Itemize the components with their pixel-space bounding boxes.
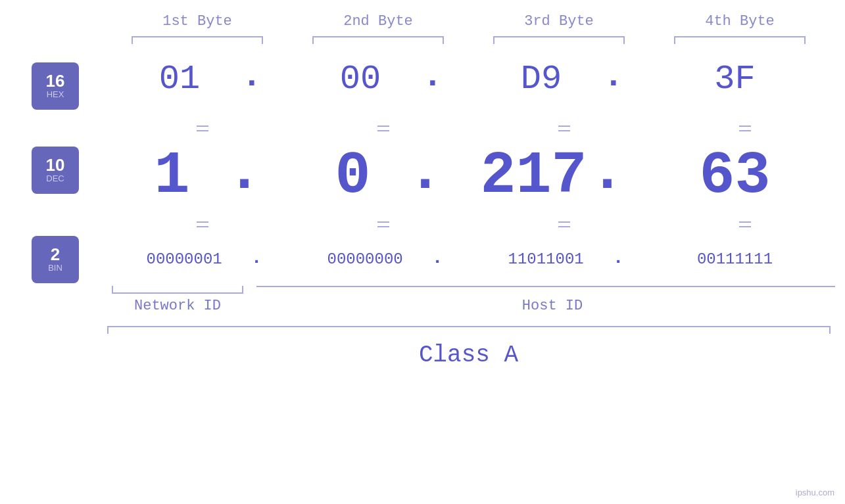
bin-badge-label: BIN bbox=[48, 263, 62, 273]
dot-hex-2: . bbox=[422, 57, 443, 101]
hex-cell-3: D9 . bbox=[482, 57, 627, 101]
byte-headers: 1st Byte 2nd Byte 3rd Byte 4th Byte bbox=[107, 13, 831, 30]
bin-val-2: 00000000 bbox=[301, 250, 429, 268]
hex-badge-num: 16 bbox=[46, 72, 65, 89]
dec-badge: 10 DEC bbox=[32, 147, 79, 194]
eq-sign-2-1 bbox=[197, 221, 208, 227]
id-labels-row: Network ID Host ID bbox=[112, 298, 835, 314]
dec-cells: 1 . 0 . 217 . 63 bbox=[102, 140, 825, 212]
bin-cell-3: 11011001 . bbox=[482, 248, 627, 271]
bin-cell-4: 00111111 bbox=[663, 250, 808, 268]
eq-2-4 bbox=[673, 221, 817, 227]
hex-cells: 01 . 00 . D9 . 3F bbox=[102, 57, 825, 101]
top-brackets bbox=[107, 36, 831, 44]
bin-badge-num: 2 bbox=[51, 246, 60, 263]
dot-bin-1: . bbox=[251, 248, 262, 271]
dec-badge-num: 10 bbox=[46, 156, 65, 173]
bin-cell-1: 00000001 . bbox=[120, 248, 265, 271]
host-bracket bbox=[256, 286, 835, 287]
eq-2-2 bbox=[311, 221, 456, 227]
eq-sign-2-3 bbox=[558, 221, 570, 227]
network-id-label: Network ID bbox=[134, 298, 221, 314]
host-id-label-cell: Host ID bbox=[256, 298, 835, 314]
hex-val-1: 01 bbox=[120, 60, 239, 99]
class-line bbox=[107, 326, 831, 334]
dot-bin-2: . bbox=[432, 248, 443, 271]
hex-badge-label: HEX bbox=[47, 89, 64, 100]
dec-badge-label: DEC bbox=[46, 173, 64, 184]
bracket-top-2 bbox=[312, 36, 444, 44]
bin-val-4: 00111111 bbox=[663, 250, 808, 268]
byte-header-1: 1st Byte bbox=[125, 13, 270, 30]
eq-sign-2-2 bbox=[377, 221, 389, 227]
byte-header-2: 2nd Byte bbox=[306, 13, 450, 30]
bracket-top-1 bbox=[132, 36, 263, 44]
dec-cell-3: 217 . bbox=[482, 139, 627, 214]
eq-2-3 bbox=[492, 221, 637, 227]
host-id-bracket-group bbox=[256, 286, 835, 287]
eq-sign-1-4 bbox=[739, 126, 751, 131]
hex-cell-2: 00 . bbox=[301, 57, 446, 101]
byte-header-3: 3rd Byte bbox=[487, 13, 631, 30]
hex-cell-1: 01 . bbox=[120, 57, 265, 101]
dec-cell-4: 63 bbox=[663, 143, 808, 210]
bin-row-container: 2 BIN 00000001 . 00000000 . 11011001 . 0… bbox=[0, 236, 845, 282]
dot-dec-2: . bbox=[407, 139, 443, 214]
dec-val-3: 217 bbox=[480, 143, 587, 210]
dec-val-4: 63 bbox=[663, 143, 808, 210]
dec-cell-2: 0 . bbox=[301, 139, 446, 214]
class-label: Class A bbox=[419, 342, 518, 369]
eq-1-2 bbox=[311, 126, 456, 131]
eq-2-1 bbox=[130, 221, 275, 227]
eq-1-4 bbox=[673, 126, 817, 131]
dot-dec-1: . bbox=[226, 139, 262, 214]
bracket-top-3 bbox=[493, 36, 625, 44]
bin-badge: 2 BIN bbox=[32, 236, 79, 283]
dot-bin-3: . bbox=[613, 248, 624, 271]
bin-cells: 00000001 . 00000000 . 11011001 . 0011111… bbox=[102, 236, 825, 282]
bin-val-3: 11011001 bbox=[482, 250, 610, 268]
eq-1-3 bbox=[492, 126, 637, 131]
equals-row-1 bbox=[112, 116, 835, 140]
hex-cell-4: 3F bbox=[663, 60, 808, 99]
network-bracket bbox=[112, 286, 243, 294]
main-container: 1st Byte 2nd Byte 3rd Byte 4th Byte 16 H… bbox=[0, 0, 845, 504]
network-id-label-cell: Network ID bbox=[112, 298, 243, 314]
hex-val-4: 3F bbox=[663, 60, 808, 99]
network-id-bracket-group bbox=[112, 286, 243, 294]
bin-cell-2: 00000000 . bbox=[301, 248, 446, 271]
hex-val-2: 00 bbox=[301, 60, 420, 99]
watermark: ipshu.com bbox=[796, 488, 834, 497]
bin-val-1: 00000001 bbox=[120, 250, 249, 268]
bottom-brackets bbox=[112, 286, 835, 294]
eq-sign-1-3 bbox=[558, 126, 570, 131]
host-id-label: Host ID bbox=[522, 298, 583, 314]
dec-val-2: 0 bbox=[301, 143, 405, 210]
dec-val-1: 1 bbox=[120, 143, 224, 210]
dec-cell-1: 1 . bbox=[120, 139, 265, 214]
dot-hex-1: . bbox=[241, 57, 262, 101]
eq-sign-2-4 bbox=[739, 221, 751, 227]
hex-val-3: D9 bbox=[482, 60, 601, 99]
eq-sign-1-1 bbox=[197, 126, 208, 131]
eq-1-1 bbox=[130, 126, 275, 131]
class-section: Class A bbox=[107, 326, 831, 369]
dec-row-container: 10 DEC 1 . 0 . 217 . 63 bbox=[0, 140, 845, 212]
dot-dec-3: . bbox=[590, 139, 625, 214]
eq-sign-1-2 bbox=[377, 126, 389, 131]
equals-row-2 bbox=[112, 212, 835, 236]
hex-row-container: 16 HEX 01 . 00 . D9 . 3F bbox=[0, 57, 845, 116]
byte-header-4: 4th Byte bbox=[667, 13, 812, 30]
bracket-top-4 bbox=[674, 36, 806, 44]
hex-badge: 16 HEX bbox=[32, 62, 79, 110]
dot-hex-3: . bbox=[603, 57, 623, 101]
